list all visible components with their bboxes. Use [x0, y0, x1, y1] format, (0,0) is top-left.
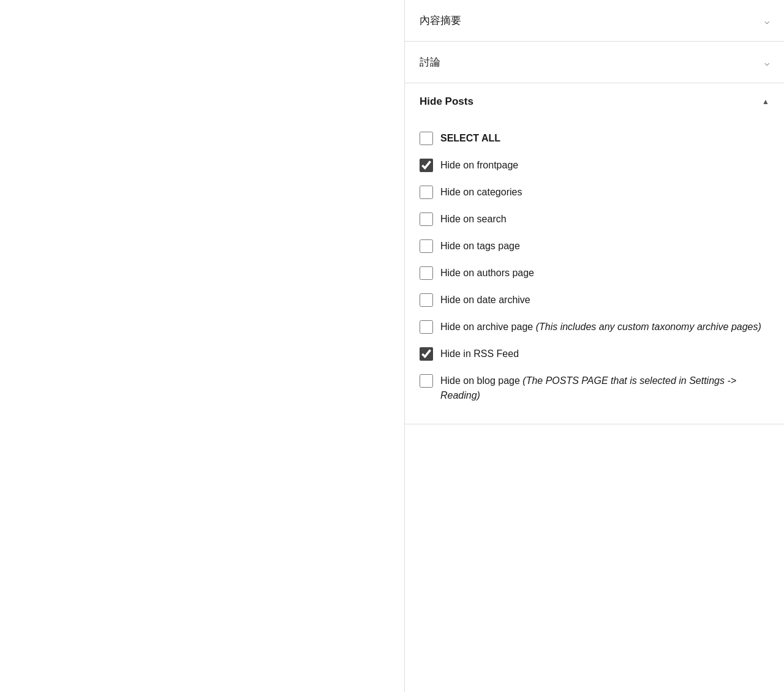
hide-posts-title: Hide Posts	[420, 96, 473, 108]
chevron-down-icon: ⌵	[764, 16, 769, 26]
checkbox-row-select-all: SELECT ALL	[420, 125, 769, 152]
checkbox-categories[interactable]	[420, 186, 433, 199]
checkbox-blog[interactable]	[420, 374, 433, 388]
checkbox-frontpage[interactable]	[420, 159, 433, 172]
checkbox-row-date-archive: Hide on date archive	[420, 287, 769, 314]
chevron-up-icon: ▲	[762, 97, 769, 106]
checkbox-tags[interactable]	[420, 239, 433, 253]
hide-posts-body: SELECT ALL Hide on frontpage Hide on cat…	[405, 120, 784, 424]
checkbox-rss[interactable]	[420, 347, 433, 361]
checkbox-row-authors: Hide on authors page	[420, 260, 769, 287]
checkbox-row-archive: Hide on archive page (This includes any …	[420, 314, 769, 340]
left-panel	[0, 0, 404, 692]
accordion-item-discussion: 討論 ⌵	[405, 42, 784, 83]
checkbox-label-categories[interactable]: Hide on categories	[440, 185, 522, 200]
checkbox-row-tags: Hide on tags page	[420, 233, 769, 260]
checkbox-label-search[interactable]: Hide on search	[440, 212, 507, 227]
chevron-down-icon-2: ⌵	[764, 58, 769, 67]
checkbox-label-archive-text: Hide on archive page	[440, 322, 536, 332]
accordion-title-content-summary: 內容摘要	[420, 13, 461, 28]
hide-posts-section: Hide Posts ▲ SELECT ALL Hide on frontpag…	[405, 83, 784, 424]
accordion-item-content-summary: 內容摘要 ⌵	[405, 0, 784, 42]
checkbox-authors[interactable]	[420, 266, 433, 280]
checkbox-label-authors[interactable]: Hide on authors page	[440, 266, 534, 280]
checkbox-label-frontpage[interactable]: Hide on frontpage	[440, 158, 518, 173]
checkbox-label-select-all[interactable]: SELECT ALL	[440, 131, 500, 146]
accordion-header-discussion[interactable]: 討論 ⌵	[405, 42, 784, 83]
checkbox-row-search: Hide on search	[420, 206, 769, 233]
checkbox-label-archive[interactable]: Hide on archive page (This includes any …	[440, 320, 761, 334]
accordion-header-content-summary[interactable]: 內容摘要 ⌵	[405, 0, 784, 41]
checkbox-label-date-archive[interactable]: Hide on date archive	[440, 293, 530, 307]
checkbox-label-rss[interactable]: Hide in RSS Feed	[440, 347, 519, 361]
checkbox-label-blog-text: Hide on blog page	[440, 375, 522, 386]
checkbox-select-all[interactable]	[420, 132, 433, 145]
checkbox-row-frontpage: Hide on frontpage	[420, 152, 769, 179]
checkbox-row-categories: Hide on categories	[420, 179, 769, 206]
hide-posts-header[interactable]: Hide Posts ▲	[405, 83, 784, 120]
accordion-title-discussion: 討論	[420, 55, 440, 69]
checkbox-label-blog[interactable]: Hide on blog page (The POSTS PAGE that i…	[440, 374, 769, 403]
checkbox-row-rss: Hide in RSS Feed	[420, 340, 769, 367]
checkbox-search[interactable]	[420, 212, 433, 226]
right-panel: 內容摘要 ⌵ 討論 ⌵ Hide Posts ▲ SELECT ALL Hide…	[404, 0, 784, 692]
checkbox-row-blog: Hide on blog page (The POSTS PAGE that i…	[420, 367, 769, 409]
checkbox-date-archive[interactable]	[420, 293, 433, 307]
checkbox-label-archive-note: (This includes any custom taxonomy archi…	[536, 322, 761, 332]
checkbox-label-tags[interactable]: Hide on tags page	[440, 239, 520, 254]
checkbox-archive[interactable]	[420, 320, 433, 334]
